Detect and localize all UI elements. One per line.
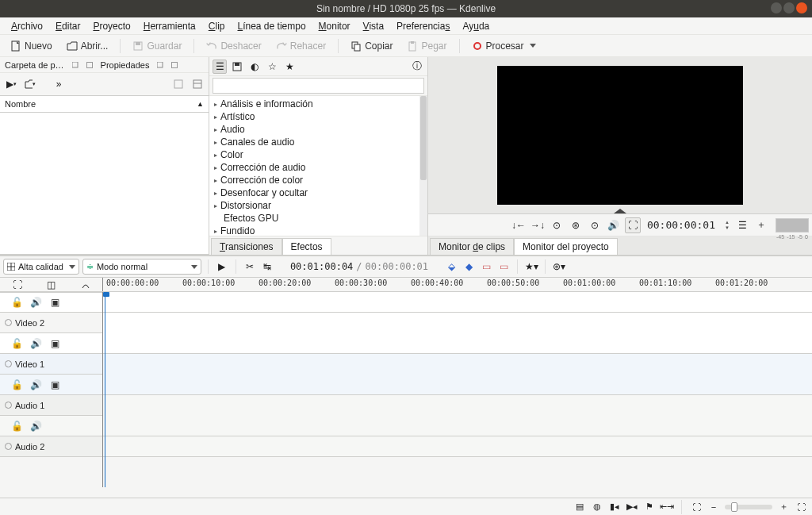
- zoom-out-button[interactable]: −: [707, 501, 720, 513]
- open-button[interactable]: Abrir...: [61, 38, 114, 54]
- timecode-stepper[interactable]: ▲▼: [723, 220, 731, 231]
- lock-icon[interactable]: 🔓: [11, 379, 22, 390]
- menu-archivo[interactable]: Archivo: [5, 19, 49, 33]
- play-button[interactable]: ▶: [215, 259, 229, 274]
- extract-icon[interactable]: ▭: [479, 259, 493, 274]
- effects-scrollbar[interactable]: [419, 96, 427, 236]
- bin-tab-project[interactable]: Carpeta de p…: [3, 60, 66, 71]
- effects-fav-outline-icon[interactable]: ☆: [265, 60, 279, 74]
- tab-float-icon[interactable]: [72, 62, 79, 68]
- effect-category[interactable]: Color: [209, 148, 427, 161]
- monitor-resize-handle[interactable]: [614, 209, 626, 213]
- cut-button[interactable]: ✂: [243, 259, 257, 274]
- flag-icon[interactable]: ⚑: [643, 501, 656, 513]
- effects-search-input[interactable]: [213, 78, 424, 94]
- effect-category[interactable]: Corrección de audio: [209, 161, 427, 174]
- video-thumb-icon[interactable]: ▣: [49, 379, 60, 390]
- effects-tree[interactable]: Análisis e información Artístico Audio C…: [209, 95, 427, 236]
- ruler-tool-3[interactable]: [79, 278, 93, 292]
- preview-quality-select[interactable]: Alta calidad: [3, 259, 79, 275]
- tab-float-icon[interactable]: [157, 62, 163, 68]
- menu-linea-tiempo[interactable]: Línea de tiempo: [231, 19, 312, 33]
- volume-button[interactable]: 🔊: [606, 217, 622, 233]
- menu-ayuda[interactable]: Ayuda: [456, 19, 496, 33]
- rewind-button[interactable]: ⊙: [549, 217, 565, 233]
- video-thumb-icon[interactable]: ▣: [49, 297, 60, 308]
- overwrite-mode-icon[interactable]: ◆: [462, 259, 476, 274]
- undo-button[interactable]: Deshacer: [201, 38, 266, 54]
- effect-category[interactable]: Efectos GPU: [209, 212, 427, 225]
- timeline-canvas[interactable]: [103, 292, 812, 487]
- effects-view-list-button[interactable]: ☰: [213, 60, 227, 74]
- effects-contrast-icon[interactable]: ◐: [247, 60, 262, 74]
- edit-mode-select[interactable]: ≑ Modo normal: [82, 259, 201, 275]
- monitor-menu-icon[interactable]: ☰: [734, 217, 750, 233]
- bin-options-button[interactable]: [191, 78, 204, 90]
- effect-category[interactable]: Fundido: [209, 225, 427, 236]
- effects-save-button[interactable]: [230, 60, 244, 74]
- ruler-tool-2[interactable]: ◫: [44, 278, 59, 292]
- track-video1-label[interactable]: Video 1: [0, 354, 102, 375]
- lock-icon[interactable]: 🔓: [11, 421, 22, 432]
- track-audio2-label[interactable]: Audio 2: [0, 436, 102, 457]
- track-video2-label[interactable]: Video 2: [0, 313, 102, 333]
- effect-category[interactable]: Corrección de color: [209, 174, 427, 186]
- insert-mode-icon[interactable]: ⬙: [444, 259, 458, 274]
- maximize-button[interactable]: [783, 2, 795, 13]
- menu-editar[interactable]: Editar: [49, 19, 86, 33]
- menu-monitor[interactable]: Monitor: [312, 19, 357, 33]
- menu-preferencias[interactable]: Preferencias: [390, 19, 456, 33]
- effects-info-button[interactable]: ⓘ: [410, 60, 424, 74]
- effect-category[interactable]: Desenfocar y ocultar: [209, 186, 427, 199]
- spacer-button[interactable]: ↹: [260, 259, 274, 274]
- zoom-slider[interactable]: [725, 505, 772, 509]
- tab-project-monitor[interactable]: Monitor del proyecto: [514, 238, 618, 255]
- paste-button[interactable]: Pegar: [401, 38, 452, 54]
- tab-effects[interactable]: Efectos: [282, 238, 331, 255]
- add-clip-button[interactable]: ▶▾: [5, 78, 17, 90]
- fullscreen-button[interactable]: ⛶: [625, 217, 641, 233]
- mute-icon[interactable]: 🔊: [30, 421, 41, 432]
- forward-button[interactable]: ⊙: [587, 217, 603, 233]
- mute-icon[interactable]: 🔊: [30, 379, 41, 390]
- timeline-ruler[interactable]: ⛶ ◫ 00:00:00:00 00:00:10:00 00:00:20:00 …: [0, 278, 812, 292]
- menu-herramienta[interactable]: Herramienta: [137, 19, 202, 33]
- mute-icon[interactable]: 🔊: [30, 297, 41, 308]
- effect-category[interactable]: Artístico: [209, 110, 427, 123]
- menu-clip[interactable]: Clip: [202, 19, 232, 33]
- add-folder-button[interactable]: ▾: [24, 78, 36, 90]
- tab-clip-monitor[interactable]: Monitor de clips: [430, 238, 514, 255]
- snap-icon[interactable]: ▶◂: [626, 501, 638, 513]
- render-button[interactable]: Procesar: [466, 38, 542, 54]
- tab-close-icon[interactable]: [86, 62, 93, 68]
- zoom-to-fit-icon[interactable]: ⛶: [690, 501, 703, 513]
- ruler-tool-1[interactable]: ⛶: [10, 278, 25, 292]
- bin-tab-props[interactable]: Propiedades: [99, 60, 151, 71]
- menu-vista[interactable]: Vista: [357, 19, 390, 33]
- play-button[interactable]: ⊛: [568, 217, 584, 233]
- lock-icon[interactable]: 🔓: [11, 297, 22, 308]
- new-button[interactable]: Nuevo: [5, 38, 58, 54]
- effect-category[interactable]: Audio: [209, 123, 427, 136]
- lock-icon[interactable]: 🔓: [11, 338, 22, 349]
- zone-out-icon[interactable]: →↓: [530, 217, 546, 233]
- zone-in-icon[interactable]: ↓←: [511, 217, 527, 233]
- lift-icon[interactable]: ▭: [496, 259, 511, 274]
- minimize-button[interactable]: [771, 2, 782, 13]
- more-button[interactable]: »: [52, 78, 65, 90]
- menu-proyecto[interactable]: Proyecto: [86, 19, 136, 33]
- track-audio1-label[interactable]: Audio 1: [0, 395, 102, 416]
- bin-body[interactable]: [0, 113, 209, 255]
- copy-button[interactable]: Copiar: [345, 38, 398, 54]
- effect-category[interactable]: Análisis e información: [209, 98, 427, 110]
- tab-close-icon[interactable]: [171, 62, 178, 68]
- effects-fav-icon[interactable]: ★: [282, 60, 297, 74]
- playhead[interactable]: [105, 292, 105, 487]
- timeline-position[interactable]: 00:01:00:04: [290, 261, 353, 272]
- effect-category[interactable]: Distorsionar: [209, 199, 427, 212]
- fullscreen-icon[interactable]: ⛶: [795, 501, 807, 513]
- monitor-view[interactable]: [428, 57, 812, 213]
- fit-icon[interactable]: ⇤⇥: [661, 501, 673, 513]
- favorite-button[interactable]: ★▾: [524, 259, 538, 274]
- markers-icon[interactable]: ▮◂: [608, 501, 621, 513]
